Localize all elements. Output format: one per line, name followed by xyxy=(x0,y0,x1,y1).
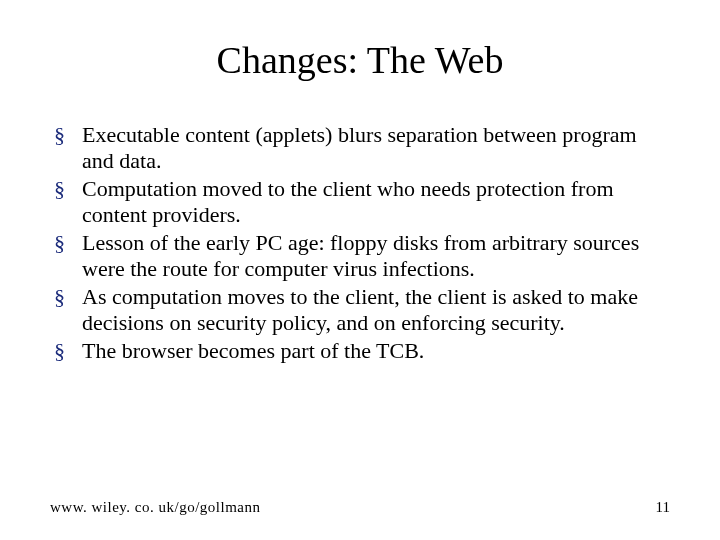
slide-title: Changes: The Web xyxy=(50,38,670,82)
bullet-list: Executable content (applets) blurs separ… xyxy=(50,122,670,364)
list-item: Lesson of the early PC age: floppy disks… xyxy=(82,230,670,282)
list-item: The browser becomes part of the TCB. xyxy=(82,338,670,364)
list-item: As computation moves to the client, the … xyxy=(82,284,670,336)
footer-url: www. wiley. co. uk/go/gollmann xyxy=(50,499,261,516)
page-number: 11 xyxy=(656,499,670,516)
list-item: Computation moved to the client who need… xyxy=(82,176,670,228)
footer: www. wiley. co. uk/go/gollmann 11 xyxy=(50,499,670,516)
slide: Changes: The Web Executable content (app… xyxy=(0,0,720,540)
list-item: Executable content (applets) blurs separ… xyxy=(82,122,670,174)
